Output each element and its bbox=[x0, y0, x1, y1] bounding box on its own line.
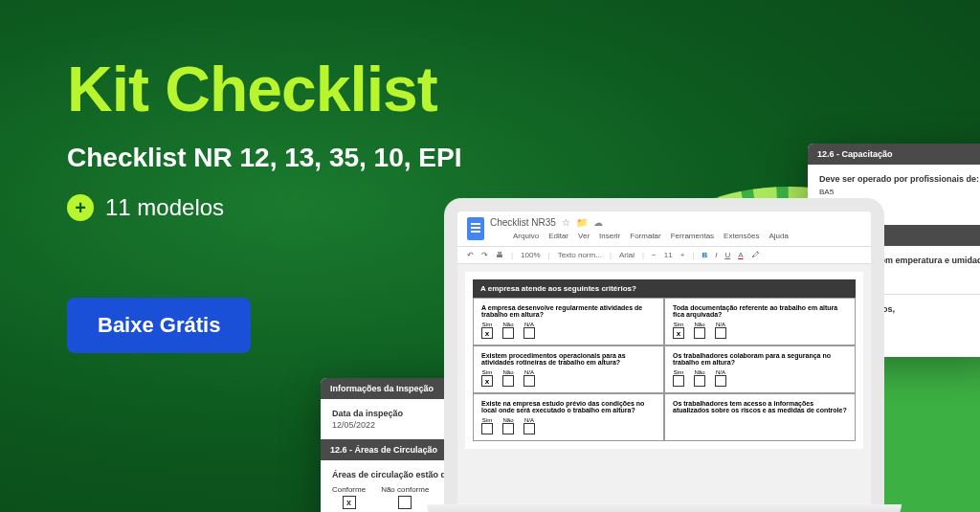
question-text: Existe na empresa estudo prévio das cond… bbox=[481, 400, 656, 413]
laptop-mockup: Checklist NR35 ☆ 📁 ☁ Arquivo Editar Ver … bbox=[444, 198, 884, 512]
laptop-base bbox=[427, 504, 902, 512]
question-text: Os trabalhadores tem acesso a informaçõe… bbox=[673, 400, 847, 413]
page-subtitle: Checklist NR 12, 13, 35, 10, EPI bbox=[67, 143, 461, 173]
menu-item: Ajuda bbox=[768, 232, 788, 240]
menu-item: Inserir bbox=[599, 232, 620, 240]
checkbox bbox=[523, 327, 535, 339]
gdoc-menu: Arquivo Editar Ver Inserir Formatar Ferr… bbox=[513, 232, 789, 240]
gdoc-body: A empresa atende aos seguintes critérios… bbox=[457, 264, 871, 503]
answer-value: BA5 bbox=[819, 188, 980, 196]
menu-item: Editar bbox=[548, 232, 568, 240]
question-text: Toda documentação referente ao trabalho … bbox=[673, 304, 847, 318]
checkbox bbox=[523, 423, 535, 434]
models-count: 11 modelos bbox=[105, 194, 224, 221]
question-cell: Os trabalhadores colaboram para a segura… bbox=[664, 345, 856, 393]
card-header: 12.6 - Capacitação bbox=[808, 144, 980, 165]
checkbox bbox=[694, 327, 705, 339]
underline-icon: U bbox=[724, 251, 730, 259]
font-value: Arial bbox=[619, 251, 635, 259]
highlight-icon: 🖍 bbox=[751, 251, 759, 259]
menu-item: Extensões bbox=[724, 232, 759, 240]
checkbox: x bbox=[673, 327, 684, 339]
models-row: + 11 modelos bbox=[67, 194, 461, 221]
opt-label: Conforme bbox=[332, 485, 366, 494]
question-cell: Existem procedimentos operacionais para … bbox=[473, 345, 664, 393]
question-cell: Existe na empresa estudo prévio das cond… bbox=[473, 393, 664, 441]
gdoc-page: A empresa atende aos seguintes critérios… bbox=[465, 272, 863, 449]
gdoc-toolbar: ↶ ↷ 🖶 | 100% | Texto norm... | Arial | −… bbox=[457, 247, 871, 264]
redo-icon: ↷ bbox=[481, 251, 488, 259]
opt-label: Não conforme bbox=[381, 485, 429, 494]
menu-item: Ver bbox=[578, 232, 590, 240]
bold-icon: B bbox=[702, 251, 707, 259]
question-cell: Toda documentação referente ao trabalho … bbox=[664, 298, 856, 345]
question-text: A empresa desenvolve regularmente ativid… bbox=[481, 304, 656, 318]
checkbox: x bbox=[481, 327, 493, 339]
question-cell: A empresa desenvolve regularmente ativid… bbox=[473, 298, 664, 345]
italic-icon: I bbox=[715, 251, 717, 259]
checkbox bbox=[398, 496, 412, 509]
hero-content: Kit Checklist Checklist NR 12, 13, 35, 1… bbox=[67, 53, 461, 353]
plus-icon: + bbox=[67, 194, 94, 221]
checkbox bbox=[523, 375, 535, 387]
download-button[interactable]: Baixe Grátis bbox=[67, 298, 251, 353]
checkbox bbox=[481, 423, 493, 434]
menu-item: Arquivo bbox=[513, 232, 539, 240]
checkbox bbox=[694, 375, 705, 387]
gdocs-icon bbox=[467, 217, 484, 240]
gdoc-banner: A empresa atende aos seguintes critérios… bbox=[473, 279, 856, 298]
laptop-screen: Checklist NR35 ☆ 📁 ☁ Arquivo Editar Ver … bbox=[444, 198, 884, 504]
question-text: Deve ser operado por profissionais de: bbox=[819, 174, 980, 184]
question-text: Existem procedimentos operacionais para … bbox=[481, 352, 656, 366]
fontsize-value: 11 bbox=[664, 251, 673, 259]
checkbox bbox=[715, 375, 726, 387]
checkbox bbox=[673, 375, 684, 387]
menu-item: Formatar bbox=[630, 232, 660, 240]
textcolor-icon: A bbox=[738, 251, 743, 259]
checkbox bbox=[502, 423, 514, 434]
menu-item: Ferramentas bbox=[671, 232, 714, 240]
checkbox bbox=[502, 327, 514, 339]
undo-icon: ↶ bbox=[467, 251, 474, 259]
gdoc-header: Checklist NR35 ☆ 📁 ☁ Arquivo Editar Ver … bbox=[457, 211, 871, 247]
checkbox bbox=[502, 375, 514, 387]
style-value: Texto norm... bbox=[558, 251, 602, 259]
zoom-value: 100% bbox=[521, 251, 540, 259]
print-icon: 🖶 bbox=[496, 251, 503, 259]
gdoc-filename: Checklist NR35 bbox=[490, 217, 556, 228]
folder-icon: 📁 bbox=[576, 217, 588, 228]
checkbox: x bbox=[343, 496, 356, 509]
cloud-icon: ☁ bbox=[593, 217, 603, 228]
checkbox: x bbox=[481, 375, 493, 387]
checkbox bbox=[715, 327, 726, 339]
page-title: Kit Checklist bbox=[67, 53, 461, 125]
question-text: Os trabalhadores colaboram para a segura… bbox=[673, 352, 847, 366]
question-cell: Os trabalhadores tem acesso a informaçõe… bbox=[664, 393, 856, 441]
star-icon: ☆ bbox=[562, 217, 570, 228]
